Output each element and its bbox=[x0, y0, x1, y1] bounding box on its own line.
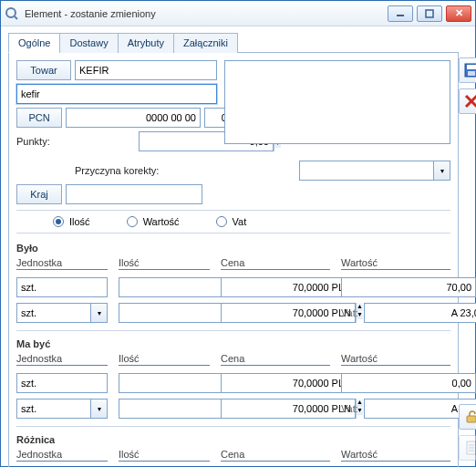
mabyc-r1-cena[interactable] bbox=[221, 373, 356, 393]
minimize-button[interactable] bbox=[388, 5, 413, 22]
svg-rect-3 bbox=[426, 10, 433, 17]
bylo-vat-label: Vat: bbox=[341, 307, 362, 318]
kraj-field[interactable] bbox=[66, 184, 202, 204]
mabyc-r1-unit[interactable] bbox=[16, 373, 108, 393]
hdr-cena-3: Cena bbox=[221, 449, 330, 462]
pcn-field[interactable] bbox=[66, 108, 201, 128]
towar-button[interactable]: Towar bbox=[16, 60, 71, 80]
tabs: Ogólne Dostawy Atrybuty Załączniki bbox=[8, 32, 459, 53]
bylo-r2-unit-drop[interactable]: ▾ bbox=[91, 303, 108, 323]
description-box[interactable] bbox=[224, 60, 450, 144]
hdr-wartosc-3: Wartość bbox=[341, 449, 450, 462]
punkty-label: Punkty: bbox=[16, 136, 62, 147]
document-button[interactable] bbox=[459, 435, 476, 461]
radio-ilosc[interactable]: Ilość bbox=[53, 216, 90, 227]
radio-vat[interactable]: Vat bbox=[216, 216, 247, 227]
x-icon bbox=[464, 94, 476, 109]
lock-button[interactable] bbox=[459, 404, 476, 430]
roznica-title: Różnica bbox=[16, 434, 450, 445]
radio-wartosc[interactable]: Wartość bbox=[127, 216, 180, 227]
panel-ogolne: Towar PCN Punkty: bbox=[8, 53, 459, 467]
bylo-title: Było bbox=[16, 243, 450, 254]
bylo-r1-unit[interactable] bbox=[16, 277, 108, 297]
svg-rect-5 bbox=[467, 65, 476, 69]
przyczyna-combo[interactable] bbox=[299, 161, 434, 181]
save-button[interactable] bbox=[459, 57, 476, 83]
cancel-button[interactable] bbox=[459, 88, 476, 114]
window: Element - zostanie zmieniony ✕ Ogólne Do… bbox=[0, 0, 476, 467]
tab-dostawy[interactable]: Dostawy bbox=[59, 33, 118, 53]
svg-rect-6 bbox=[468, 71, 475, 76]
przyczyna-drop[interactable]: ▾ bbox=[434, 161, 450, 181]
tab-ogolne[interactable]: Ogólne bbox=[8, 33, 60, 53]
hdr-jednostka: Jednostka bbox=[16, 257, 108, 270]
bylo-r1-wartosc[interactable] bbox=[341, 277, 476, 297]
lock-open-icon bbox=[464, 410, 476, 424]
app-icon bbox=[5, 6, 19, 21]
hdr-jednostka-2: Jednostka bbox=[16, 353, 108, 366]
hdr-cena-2: Cena bbox=[221, 353, 330, 366]
bylo-r2-cena[interactable] bbox=[221, 303, 356, 323]
przyczyna-label: Przyczyna korekty: bbox=[75, 165, 159, 176]
tab-zalaczniki[interactable]: Załączniki bbox=[173, 33, 238, 53]
hdr-ilosc-3: Ilość bbox=[119, 449, 210, 462]
bylo-r2-unit[interactable] bbox=[16, 303, 91, 323]
mabyc-r2-unit-drop[interactable]: ▾ bbox=[91, 399, 108, 419]
window-title: Element - zostanie zmieniony bbox=[25, 8, 388, 19]
pcn-button[interactable]: PCN bbox=[16, 108, 62, 128]
search-input[interactable] bbox=[16, 84, 217, 104]
mabyc-r2-cena[interactable] bbox=[221, 399, 356, 419]
svg-rect-9 bbox=[467, 416, 476, 422]
document-icon bbox=[465, 441, 476, 455]
maximize-button[interactable] bbox=[417, 5, 442, 22]
svg-point-0 bbox=[6, 8, 16, 17]
hdr-ilosc: Ilość bbox=[119, 257, 210, 270]
floppy-icon bbox=[463, 62, 476, 78]
hdr-wartosc: Wartość bbox=[341, 257, 450, 270]
mabyc-r1-wartosc[interactable] bbox=[341, 373, 476, 393]
towar-field[interactable] bbox=[75, 60, 217, 80]
hdr-jednostka-3: Jednostka bbox=[16, 449, 108, 462]
mode-radios: Ilość Wartość Vat bbox=[16, 210, 450, 234]
hdr-ilosc-2: Ilość bbox=[119, 353, 210, 366]
svg-line-1 bbox=[15, 16, 17, 19]
bylo-r1-cena[interactable] bbox=[221, 277, 356, 297]
mabyc-r2-unit[interactable] bbox=[16, 399, 91, 419]
tab-atrybuty[interactable]: Atrybuty bbox=[118, 33, 174, 53]
mabyc-vat-label: Vat: bbox=[341, 403, 362, 414]
mabyc-title: Ma być bbox=[16, 338, 450, 349]
hdr-cena: Cena bbox=[221, 257, 330, 270]
kraj-button[interactable]: Kraj bbox=[16, 184, 62, 204]
hdr-wartosc-2: Wartość bbox=[341, 353, 450, 366]
close-button[interactable]: ✕ bbox=[446, 5, 471, 22]
titlebar: Element - zostanie zmieniony ✕ bbox=[1, 1, 475, 26]
